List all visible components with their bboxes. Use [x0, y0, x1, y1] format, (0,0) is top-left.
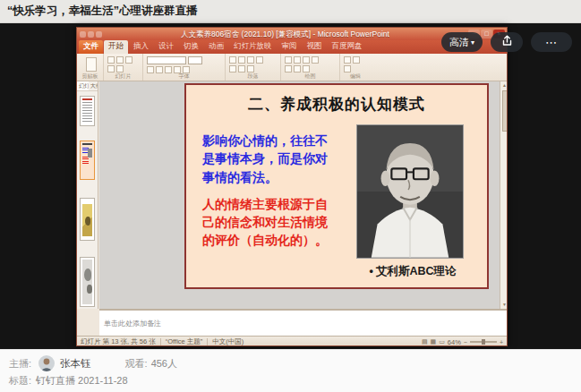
scroll-up-icon[interactable]: ▲	[500, 81, 508, 89]
tab-animations[interactable]: 动画	[204, 40, 228, 54]
player-controls: 高清 ▾ ⋯	[441, 32, 572, 52]
slides-extra-button[interactable]	[116, 65, 124, 72]
font-name-select[interactable]	[147, 56, 186, 64]
zoom-level: 64%	[448, 338, 461, 346]
thumbnail-preview	[82, 102, 92, 124]
notes-pane[interactable]: 单击此处添加备注	[99, 309, 508, 336]
replace-button[interactable]	[353, 56, 360, 64]
numbering-button[interactable]	[238, 56, 245, 64]
statusbar-right: ▤ ▦ ▭ 64% − +	[422, 338, 503, 346]
share-button[interactable]	[491, 32, 523, 52]
thumbnail-preview	[82, 98, 92, 100]
slide-title: 二、养成积极的认知模式	[186, 94, 487, 115]
slide-edit-area: 二、养成积极的认知模式 影响你心情的，往往不是事情本身，而是你对事情的看法。 人…	[99, 81, 500, 309]
shape-circle-button[interactable]	[294, 56, 301, 64]
window-title: 人文素养806宿舍 (2021.10) [兼容模式] - Microsoft P…	[102, 28, 468, 40]
slideshow-icon[interactable]: ▭	[439, 338, 445, 345]
align-right-button[interactable]	[229, 65, 236, 72]
tab-design[interactable]: 设计	[154, 40, 178, 54]
video-stage: 人文素养806宿舍 (2021.10) [兼容模式] - Microsoft P…	[0, 23, 581, 349]
shape-outline-button[interactable]	[303, 65, 310, 72]
scrollbar-thumb[interactable]	[502, 90, 508, 132]
viewers: 观看: 456人	[125, 357, 177, 371]
normal-view-icon[interactable]: ▤	[422, 338, 428, 345]
ribbon-group-clipboard: 剪贴板	[77, 54, 104, 81]
tab-view[interactable]: 视图	[303, 40, 327, 54]
arrange-button[interactable]	[312, 56, 319, 64]
caption-bullet: •	[370, 265, 373, 277]
stream-title: 钉钉直播 2021-11-28	[36, 374, 128, 388]
new-slide-button[interactable]	[107, 56, 115, 64]
zoom-knob[interactable]	[482, 339, 485, 345]
align-left-button[interactable]	[247, 56, 254, 64]
caret-down-icon: ▾	[471, 38, 474, 47]
title-row: 标题: 钉钉直播 2021-11-28	[9, 374, 128, 388]
ribbon-group-editing: 编辑	[340, 54, 371, 81]
thumbnail-preview	[82, 204, 92, 236]
host-avatar	[38, 355, 55, 371]
bullets-button[interactable]	[229, 56, 236, 64]
quality-label: 高清	[449, 36, 469, 49]
screen: “快乐学习，幸福生活”心理讲座群直播 人文素养806宿舍 (2021.10) […	[0, 0, 581, 392]
divider	[207, 338, 208, 345]
tab-baidu-netdisk[interactable]: 百度网盘	[328, 40, 367, 54]
more-button[interactable]: ⋯	[531, 32, 572, 52]
align-center-button[interactable]	[256, 56, 263, 64]
zoom-out-icon[interactable]: −	[464, 339, 467, 345]
slide-thumbnail-15[interactable]	[80, 257, 95, 307]
thumbnail-preview	[82, 143, 92, 145]
language-indicator: 中文(中国)	[212, 337, 244, 346]
ribbon-group-drawing: 绘图	[281, 54, 340, 81]
save-icon[interactable]	[88, 31, 94, 38]
page-title: “快乐学习，幸福生活”心理讲座群直播	[7, 4, 198, 19]
quick-styles-button[interactable]	[285, 65, 292, 72]
slide-blue-textbox: 影响你心情的，往往不是事情本身，而是你对事情的看法。	[202, 132, 329, 186]
host-label: 主播:	[9, 357, 31, 371]
slide-scrollbar[interactable]: ▲ ▼	[500, 81, 508, 309]
tab-file[interactable]: 文件	[79, 40, 103, 54]
slide-thumbnail-12[interactable]	[80, 96, 95, 126]
current-slide[interactable]: 二、养成积极的认知模式 影响你心情的，往往不是事情本身，而是你对事情的看法。 人…	[184, 83, 489, 289]
slide-sorter-icon[interactable]: ▦	[431, 338, 437, 345]
quality-button[interactable]: 高清 ▾	[441, 32, 483, 52]
slide-thumbnail-14[interactable]	[80, 198, 95, 241]
more-icon: ⋯	[545, 36, 558, 49]
font-size-select[interactable]	[188, 56, 202, 64]
slide-caption: •艾利斯ABC理论	[346, 264, 480, 279]
outline-pane-tab[interactable]: 大纲	[89, 81, 98, 90]
undo-icon[interactable]	[96, 31, 102, 38]
ribbon-group-font: 字体	[143, 54, 226, 81]
shape-rect-button[interactable]	[285, 56, 292, 64]
paste-button[interactable]	[86, 57, 97, 72]
slide-thumbnail-13-selected[interactable]	[80, 141, 95, 180]
ribbon-group-paragraph: 段落	[226, 54, 281, 81]
thumbnail-preview	[82, 260, 92, 304]
layout-button[interactable]	[116, 56, 124, 64]
shape-arrow-button[interactable]	[303, 56, 310, 64]
justify-button[interactable]	[238, 65, 245, 72]
tab-slideshow[interactable]: 幻灯片放映	[229, 40, 277, 54]
slides-pane-tab[interactable]: 幻灯片	[77, 81, 89, 90]
viewers-label: 观看:	[125, 357, 148, 371]
tab-home[interactable]: 开始	[104, 40, 128, 54]
caption-text: 艾利斯ABC理论	[376, 265, 457, 277]
zoom-in-icon[interactable]: +	[500, 339, 503, 345]
quick-access-toolbar	[80, 31, 102, 38]
divider	[160, 338, 161, 345]
find-button[interactable]	[344, 56, 351, 64]
albert-ellis-photo	[356, 124, 464, 259]
scroll-down-icon[interactable]: ▼	[500, 301, 508, 309]
app-icon	[80, 31, 86, 38]
slide-red-textbox: 人的情绪主要根源于自己的信念和对生活情境的评价（自动化的）。	[202, 196, 329, 250]
zoom-slider[interactable]	[470, 341, 497, 343]
section-button[interactable]	[107, 65, 115, 72]
shape-fill-button[interactable]	[294, 65, 301, 72]
reset-button[interactable]	[125, 56, 132, 64]
columns-button[interactable]	[247, 65, 254, 72]
tab-insert[interactable]: 插入	[129, 40, 153, 54]
thumbnail-preview	[88, 149, 92, 158]
tab-transitions[interactable]: 切换	[179, 40, 203, 54]
select-button[interactable]	[344, 65, 351, 72]
tab-review[interactable]: 审阅	[278, 40, 302, 54]
statusbar: 幻灯片 第 13 张, 共 56 张 “Office 主题” 中文(中国) ▤ …	[77, 336, 507, 346]
